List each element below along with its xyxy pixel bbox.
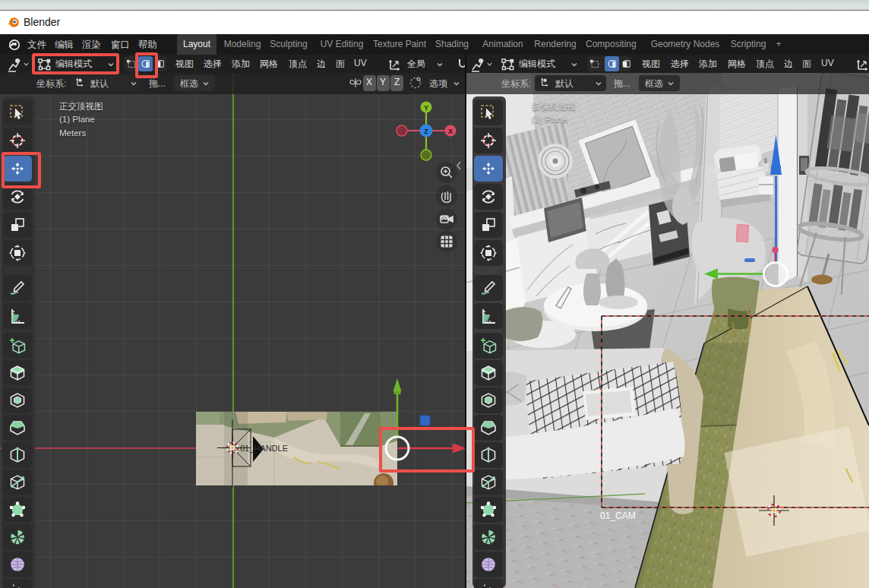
svg-text:Y: Y — [424, 104, 428, 112]
svg-text:01_HANDLE: 01_HANDLE — [240, 444, 288, 453]
svg-text:01_CAM: 01_CAM — [600, 511, 636, 521]
svg-text:Z: Z — [424, 128, 428, 135]
svg-text:X: X — [448, 128, 453, 135]
